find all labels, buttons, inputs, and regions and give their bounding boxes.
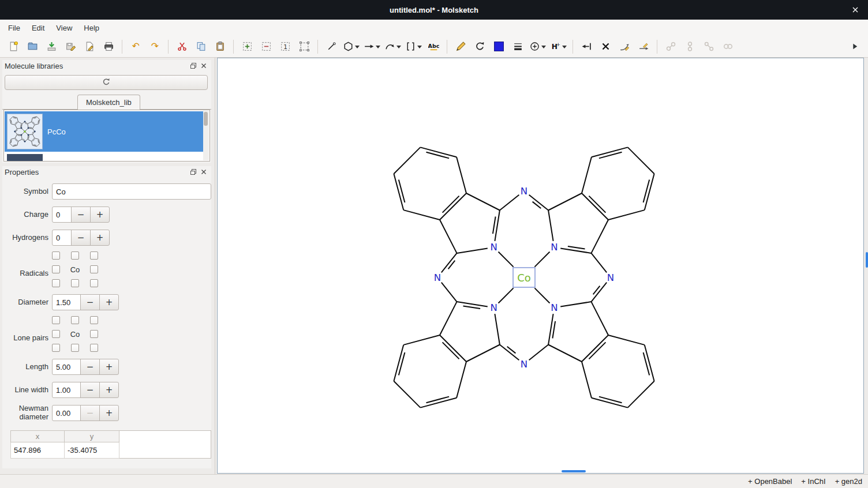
dropdown-arrow-icon[interactable] xyxy=(541,45,546,48)
menu-edit[interactable]: Edit xyxy=(26,21,50,35)
float-panel-icon[interactable] xyxy=(188,167,199,177)
bond[interactable] xyxy=(466,345,500,362)
toolbar-remove-molecule[interactable] xyxy=(257,38,275,55)
radical-checkbox[interactable] xyxy=(71,251,79,260)
bond[interactable] xyxy=(442,253,457,273)
scrollbar-handle[interactable] xyxy=(204,112,208,126)
toolbar-open-document[interactable] xyxy=(24,38,41,55)
status-inchi[interactable]: + InChI xyxy=(801,477,825,486)
coord-y-value[interactable]: -35.4075 xyxy=(65,442,119,459)
diameter-input[interactable] xyxy=(52,294,81,310)
bond[interactable] xyxy=(440,220,457,253)
toolbar-flip-bond-tool[interactable] xyxy=(578,38,595,55)
bond[interactable] xyxy=(592,302,609,335)
lone-pair-checkbox[interactable] xyxy=(71,316,79,324)
bond-double-line[interactable] xyxy=(552,321,555,339)
radical-checkbox[interactable] xyxy=(90,251,98,260)
toolbar-redo[interactable]: ↷ xyxy=(146,38,163,55)
drawing-canvas[interactable]: CoNNNNNNNN xyxy=(217,58,864,474)
lone-pair-checkbox[interactable] xyxy=(90,344,98,352)
scroll-indicator-horizontal[interactable] xyxy=(562,470,586,472)
length-increment-button[interactable]: + xyxy=(99,359,119,375)
bond[interactable] xyxy=(592,220,609,253)
radical-checkbox[interactable] xyxy=(71,279,79,287)
list-item-partial[interactable] xyxy=(5,153,203,161)
bond-double-line[interactable] xyxy=(599,152,622,159)
toolbar-paste[interactable] xyxy=(211,38,229,55)
bond[interactable] xyxy=(582,193,608,220)
menu-file[interactable]: File xyxy=(2,21,26,35)
bond[interactable] xyxy=(592,283,607,302)
lone-pair-checkbox[interactable] xyxy=(52,316,60,324)
dropdown-arrow-icon[interactable] xyxy=(417,45,422,48)
menu-help[interactable]: Help xyxy=(78,21,105,35)
bond-double-line[interactable] xyxy=(643,352,650,376)
status-openbabel[interactable]: + OpenBabel xyxy=(748,477,792,486)
bond-double-line[interactable] xyxy=(643,180,650,203)
toolbar-single-molecule[interactable]: 1 xyxy=(276,38,294,55)
close-panel-icon[interactable] xyxy=(199,167,209,177)
toolbar-ring-tool[interactable] xyxy=(342,38,361,55)
bond[interactable] xyxy=(440,302,457,335)
bond[interactable] xyxy=(548,211,553,241)
bond-double-line[interactable] xyxy=(589,342,605,359)
bond-double-line[interactable] xyxy=(399,180,405,203)
toolbar-undo[interactable]: ↶ xyxy=(127,38,144,55)
bond[interactable] xyxy=(534,288,549,303)
symbol-field[interactable] xyxy=(52,183,211,200)
window-close-button[interactable] xyxy=(848,3,862,17)
bond[interactable] xyxy=(442,283,457,302)
lone-pair-checkbox[interactable] xyxy=(90,316,98,324)
toolbar-color-swatch[interactable] xyxy=(490,38,507,55)
toolbar-draw-bond-tool[interactable] xyxy=(323,38,340,55)
bond-double-line[interactable] xyxy=(443,342,459,359)
atom-label-N[interactable]: N xyxy=(434,272,441,283)
bond[interactable] xyxy=(403,335,440,345)
charge-decrement-button[interactable]: − xyxy=(71,207,91,223)
scroll-indicator-vertical[interactable] xyxy=(866,252,868,268)
molecule-svg[interactable]: CoNNNNNNNN xyxy=(218,58,863,473)
bond[interactable] xyxy=(608,210,645,220)
toolbar-copy[interactable] xyxy=(192,38,209,55)
atom-label-N[interactable]: N xyxy=(551,302,558,313)
atom-label-N[interactable]: N xyxy=(607,272,614,283)
length-input[interactable] xyxy=(52,359,81,375)
toolbar-line-width-tool[interactable] xyxy=(509,38,526,55)
toolbar-toolbar-expand[interactable] xyxy=(846,38,863,55)
charge-increment-button[interactable]: + xyxy=(90,207,110,223)
radical-checkbox[interactable] xyxy=(52,251,60,260)
toolbar-rotate-tool[interactable] xyxy=(471,38,488,55)
toolbar-mechanism-arrow-tool[interactable] xyxy=(616,38,633,55)
bond[interactable] xyxy=(440,193,466,220)
atom-label-N[interactable]: N xyxy=(491,302,497,313)
bond[interactable] xyxy=(548,193,582,211)
dropdown-arrow-icon[interactable] xyxy=(376,45,380,48)
toolbar-text-tool[interactable]: Abc xyxy=(425,38,442,55)
hydrogens-decrement-button[interactable]: − xyxy=(71,230,91,246)
menu-view[interactable]: View xyxy=(50,21,78,35)
bond-double-line[interactable] xyxy=(426,152,450,159)
refresh-library-button[interactable] xyxy=(5,75,208,90)
bond[interactable] xyxy=(457,302,488,307)
bond[interactable] xyxy=(466,193,500,211)
status-gen2d[interactable]: + gen2d xyxy=(835,477,862,486)
toolbar-add-molecule[interactable] xyxy=(238,38,256,55)
toolbar-select-molecule[interactable] xyxy=(295,38,313,55)
radical-checkbox[interactable] xyxy=(90,265,98,273)
lone-pair-checkbox[interactable] xyxy=(52,344,60,352)
toolbar-arrow-tool[interactable] xyxy=(362,38,381,55)
charge-input[interactable] xyxy=(52,207,72,223)
toolbar-reaction-arrow-pen-tool[interactable] xyxy=(635,38,652,55)
bond[interactable] xyxy=(628,147,654,174)
bond-double-line[interactable] xyxy=(568,246,585,249)
atom-label-Co[interactable]: Co xyxy=(517,272,531,284)
coord-x-value[interactable]: 547.896 xyxy=(11,442,65,459)
line-width-increment-button[interactable]: + xyxy=(99,382,119,398)
bond-double-line[interactable] xyxy=(399,352,405,376)
float-panel-icon[interactable] xyxy=(188,61,199,70)
bond[interactable] xyxy=(499,252,514,267)
bond[interactable] xyxy=(500,195,519,211)
bond[interactable] xyxy=(495,211,500,241)
toolbar-bracket-tool[interactable] xyxy=(404,38,423,55)
newman-diameter-input[interactable] xyxy=(52,405,81,421)
